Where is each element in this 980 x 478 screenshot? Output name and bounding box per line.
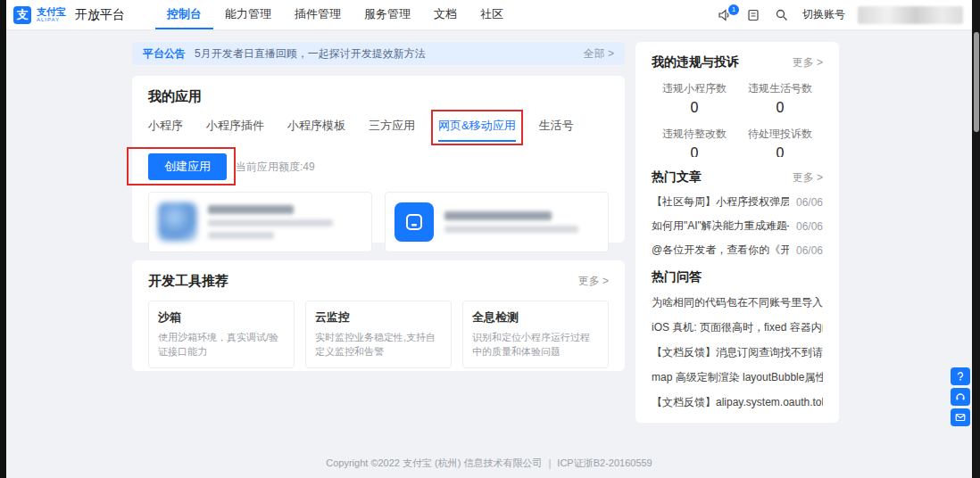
alipay-logo-glyph: 支 [17, 7, 29, 23]
alipay-logo-icon: 支 [13, 6, 31, 24]
qa-row[interactable]: 为啥相同的代码包在不同账号里导入却是不同的效果呢... [652, 295, 823, 310]
stat-label: 违规小程序数 [652, 81, 737, 96]
app-tile[interactable] [385, 192, 609, 252]
app-id-blurred [444, 226, 578, 233]
tab-miniprogram-template[interactable]: 小程序模板 [287, 118, 345, 142]
main-nav: 控制台 能力管理 插件管理 服务管理 文档 社区 [155, 0, 515, 29]
tool-desc: 识别和定位小程序运行过程中的质量和体验问题 [472, 331, 599, 359]
app-info-blurred [444, 211, 578, 233]
tool-list: 沙箱 使用沙箱环境，真实调试/验证接口能力 云监控 实时监控业务稳定性,支持自定… [148, 301, 609, 368]
tool-card-cloud-monitor[interactable]: 云监控 实时监控业务稳定性,支持自定义监控和告警 [305, 301, 452, 368]
announcement-all-link[interactable]: 全部 > [584, 46, 614, 62]
tool-card-holo-detect[interactable]: 全息检测 识别和定位小程序运行过程中的质量和体验问题 [462, 301, 609, 368]
qa-row[interactable]: map 高级定制渲染 layoutBubble属性没有官方的解释文... [652, 370, 823, 385]
my-apps-title: 我的应用 [148, 88, 609, 105]
switch-account-link[interactable]: 切换账号 [802, 7, 845, 22]
hot-articles-more-link[interactable]: 更多 > [793, 170, 823, 185]
nav-item-plugins[interactable]: 插件管理 [283, 0, 353, 29]
article-title: 如何用"AI"解决能力重成难题—... [652, 218, 789, 234]
violations-more-link[interactable]: 更多 > [793, 55, 823, 70]
app-info-blurred [208, 205, 333, 239]
violations-stats: 违规小程序数 0 违规生活号数 0 违规待整改数 0 待处理投诉数 0 [652, 81, 823, 161]
footer-copyright: Copyright ©2022 支付宝 (杭州) 信息技术有限公司 ｜ ICP证… [6, 457, 972, 470]
dev-tools-more-link[interactable]: 更多 > [578, 274, 609, 289]
app-icon-blurred [158, 202, 197, 242]
nav-item-services[interactable]: 服务管理 [353, 0, 422, 29]
scrollbar-thumb[interactable] [974, 32, 979, 132]
annotation-box-tab [431, 110, 523, 145]
app-tile[interactable] [148, 192, 372, 252]
article-date: 06/06 [796, 244, 823, 257]
customer-service-button[interactable] [951, 388, 970, 406]
stat-value: 0 [652, 100, 737, 116]
create-row: 创建应用 当前应用额度:49 [148, 153, 609, 180]
nav-item-capabilities[interactable]: 能力管理 [213, 0, 283, 29]
help-question-button[interactable] [951, 367, 970, 385]
violations-title: 我的违规与投诉 [652, 54, 739, 70]
dev-tools-title: 开发工具推荐 [148, 273, 228, 290]
logo-text-en: ALIPAY [37, 17, 66, 22]
article-date: 06/06 [796, 220, 823, 233]
hot-qa-card: 热门问答 为啥相同的代码包在不同账号里导入却是不同的效果呢... iOS 真机:… [635, 257, 839, 423]
app-name-blurred [208, 205, 294, 214]
logo-text-cn: 支付宝 [37, 7, 66, 17]
stat-label: 待处理投诉数 [737, 127, 823, 142]
topbar-right: 1 切换账号 [717, 6, 963, 24]
article-title: @各位开发者，查看你的《开发... [652, 243, 789, 258]
announcement-speaker-icon[interactable]: 1 [717, 7, 733, 23]
platform-announcement-banner: 平台公告 5月开发者日直播回顾，一起探讨开发提效新方法 全部 > [132, 42, 625, 65]
tab-lifestyle[interactable]: 生活号 [539, 118, 574, 142]
my-apps-tabs: 小程序 小程序插件 小程序模板 三方应用 网页&移动应用 生活号 [148, 118, 609, 142]
violations-card: 我的违规与投诉 更多 > 违规小程序数 0 违规生活号数 0 违规待整改数 0 … [635, 42, 839, 174]
create-app-button[interactable]: 创建应用 [148, 153, 227, 180]
alipay-wordmark: 支付宝 ALIPAY [37, 7, 66, 22]
tool-name: 全息检测 [472, 309, 599, 326]
qa-row[interactable]: iOS 真机: 页面很高时，fixed 容器内的 input唤起的键... [652, 320, 823, 335]
app-icon-miniapp [394, 202, 434, 242]
top-nav-bar: 支 支付宝 ALIPAY 开放平台 控制台 能力管理 插件管理 服务管理 文档 … [6, 0, 972, 29]
nav-item-docs[interactable]: 文档 [422, 0, 469, 29]
announcement-text: 5月开发者日直播回顾，一起探讨开发提效新方法 [195, 46, 575, 62]
hot-articles-title: 热门文章 [652, 169, 702, 185]
scrollbar-track[interactable] [972, 0, 980, 478]
alipay-logo[interactable]: 支 支付宝 ALIPAY [13, 6, 66, 24]
search-icon[interactable] [774, 7, 790, 23]
announcement-tag: 平台公告 [143, 46, 186, 62]
app-quota-text: 当前应用额度:49 [236, 160, 315, 175]
article-row[interactable]: 如何用"AI"解决能力重成难题—... 06/06 [652, 218, 823, 234]
my-apps-card: 我的应用 小程序 小程序插件 小程序模板 三方应用 网页&移动应用 生活号 创建… [132, 76, 625, 243]
dev-tools-card: 开发工具推荐 更多 > 沙箱 使用沙箱环境，真实调试/验证接口能力 云监控 实时… [132, 260, 625, 371]
app-meta-blurred [208, 232, 274, 239]
tool-name: 沙箱 [158, 309, 285, 326]
article-title: 【社区每周】小程序授权弹层和sd... [652, 194, 789, 210]
feedback-survey-icon[interactable] [745, 7, 761, 23]
article-row[interactable]: 【社区每周】小程序授权弹层和sd... 06/06 [652, 194, 823, 210]
tool-name: 云监控 [315, 309, 442, 326]
app-name-blurred [444, 211, 552, 220]
tab-miniprogram-plugin[interactable]: 小程序插件 [206, 118, 264, 142]
stat-label: 违规生活号数 [737, 81, 823, 96]
tool-desc: 实时监控业务稳定性,支持自定义监控和告警 [315, 331, 442, 359]
notification-badge: 1 [728, 4, 739, 15]
qa-row[interactable]: 【文档反馈】alipay.system.oauth.token(换取授权访问..… [652, 395, 823, 410]
app-id-blurred [208, 219, 333, 227]
hot-qa-title: 热门问答 [652, 269, 702, 285]
stat-violating-lifestyle: 违规生活号数 0 [737, 81, 823, 116]
tool-card-sandbox[interactable]: 沙箱 使用沙箱环境，真实调试/验证接口能力 [148, 301, 295, 368]
nav-item-console[interactable]: 控制台 [155, 0, 213, 29]
stat-label: 违规待整改数 [652, 127, 737, 142]
window-left-edge [0, 0, 6, 478]
account-name-blurred[interactable] [858, 6, 963, 24]
tab-third-party[interactable]: 三方应用 [369, 118, 415, 142]
app-list [148, 192, 609, 252]
feedback-mail-button[interactable] [951, 408, 970, 426]
stat-value: 0 [737, 100, 823, 116]
nav-item-community[interactable]: 社区 [469, 0, 515, 29]
article-date: 06/06 [796, 196, 823, 209]
article-row[interactable]: @各位开发者，查看你的《开发... 06/06 [652, 243, 823, 258]
qa-row[interactable]: 【文档反馈】消息订阅查询找不到请求sdk [652, 345, 823, 360]
tool-desc: 使用沙箱环境，真实调试/验证接口能力 [158, 331, 285, 359]
tab-web-mobile-app[interactable]: 网页&移动应用 [438, 118, 516, 142]
tab-miniprogram[interactable]: 小程序 [148, 118, 183, 142]
floating-helper-buttons [951, 367, 970, 426]
